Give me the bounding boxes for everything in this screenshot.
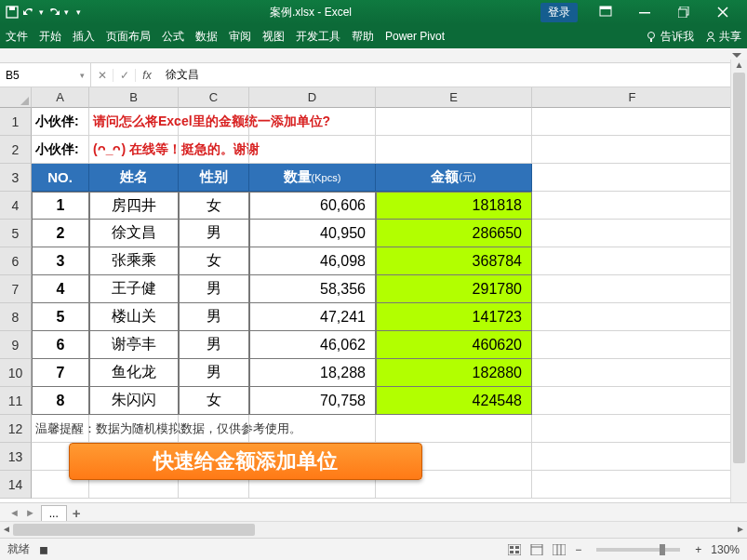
column-headers[interactable]: A B C D E F	[32, 87, 733, 108]
row-header[interactable]: 13	[0, 443, 32, 471]
cell[interactable]: 8	[32, 387, 89, 415]
cell[interactable]: 房四井	[89, 192, 179, 220]
cell[interactable]	[532, 331, 733, 359]
cell[interactable]: 181818	[376, 192, 532, 220]
vertical-scrollbar[interactable]: ▲ ▼	[730, 60, 747, 515]
cell[interactable]: 46,062	[249, 331, 376, 359]
horizontal-scrollbar[interactable]: ◄ ►	[0, 521, 747, 538]
scroll-up-icon[interactable]: ▲	[731, 60, 747, 73]
cell[interactable]	[179, 415, 249, 443]
cell[interactable]: 朱闪闪	[89, 387, 179, 415]
macro-record-icon[interactable]: ◼	[39, 543, 48, 556]
cell[interactable]: 46,098	[249, 247, 376, 275]
row-header[interactable]: 11	[0, 387, 32, 415]
cell[interactable]	[89, 415, 179, 443]
row-header[interactable]: 5	[0, 220, 32, 247]
cell[interactable]	[532, 443, 733, 471]
sheet-tab-active[interactable]: ...	[41, 505, 67, 521]
cell[interactable]: 291780	[376, 275, 532, 303]
cell[interactable]: 182880	[376, 359, 532, 387]
name-box[interactable]: B5▾	[0, 63, 91, 87]
col-header-F[interactable]: F	[532, 87, 733, 108]
tab-formulas[interactable]: 公式	[162, 29, 184, 45]
cell[interactable]: 小伙伴:	[32, 108, 89, 136]
cell[interactable]: 6	[32, 331, 89, 359]
row-header[interactable]: 9	[0, 331, 32, 359]
scroll-thumb[interactable]	[13, 524, 255, 536]
row-header[interactable]: 7	[0, 275, 32, 303]
cell[interactable]	[376, 136, 532, 164]
scroll-thumb[interactable]	[733, 73, 745, 463]
normal-view-icon[interactable]	[508, 544, 521, 555]
undo-dropdown[interactable]: ▾	[39, 7, 44, 17]
share-button[interactable]: 共享	[705, 29, 741, 45]
cell[interactable]	[249, 136, 376, 164]
page-break-view-icon[interactable]	[553, 544, 566, 555]
col-header-C[interactable]: C	[179, 87, 249, 108]
zoom-level[interactable]: 130%	[711, 543, 740, 556]
zoom-in-icon[interactable]: +	[695, 543, 701, 556]
table-header-qty[interactable]: 数量(Kpcs)	[249, 164, 376, 192]
enter-icon[interactable]: ✓	[113, 69, 136, 82]
tab-developer[interactable]: 开发工具	[296, 29, 340, 45]
cell[interactable]	[532, 415, 733, 443]
cell[interactable]	[249, 415, 376, 443]
cell[interactable]: (ᴖ_ᴖ) 在线等！挺急的。谢谢	[89, 136, 179, 164]
tab-file[interactable]: 文件	[6, 29, 28, 45]
row-header[interactable]: 1	[0, 108, 32, 136]
cell[interactable]	[532, 247, 733, 275]
restore-icon[interactable]	[665, 1, 702, 23]
cell[interactable]: 徐文昌	[89, 220, 179, 247]
cell[interactable]: 70,758	[249, 387, 376, 415]
scroll-left-icon[interactable]: ◄	[2, 524, 11, 534]
table-header-gender[interactable]: 性别	[179, 164, 249, 192]
page-layout-view-icon[interactable]	[530, 544, 543, 555]
cell[interactable]: 楼山关	[89, 303, 179, 331]
col-header-D[interactable]: D	[249, 87, 376, 108]
login-button[interactable]: 登录	[540, 3, 578, 22]
redo-icon[interactable]	[47, 6, 60, 19]
cell[interactable]: 张乘乘	[89, 247, 179, 275]
tab-powerpivot[interactable]: Power Pivot	[385, 30, 445, 43]
tab-layout[interactable]: 页面布局	[106, 29, 151, 45]
cell[interactable]	[532, 275, 733, 303]
formula-input[interactable]: 徐文昌	[158, 67, 728, 83]
save-icon[interactable]	[6, 6, 19, 19]
cell[interactable]	[532, 220, 733, 247]
cell[interactable]: 请问怎么将Excel里的金额统一添加单位?	[89, 108, 179, 136]
zoom-slider[interactable]	[596, 548, 680, 552]
col-header-A[interactable]: A	[32, 87, 89, 108]
cell[interactable]: 460620	[376, 331, 532, 359]
cell[interactable]: 424548	[376, 387, 532, 415]
cell[interactable]: 温馨提醒：数据为随机模拟数据，仅供参考使用。	[32, 415, 89, 443]
sheet-nav-prev-icon[interactable]: ◄	[9, 507, 20, 518]
cell[interactable]	[376, 108, 532, 136]
row-header[interactable]: 10	[0, 359, 32, 387]
cell[interactable]: 女	[179, 247, 249, 275]
scroll-right-icon[interactable]: ►	[736, 524, 745, 534]
cancel-icon[interactable]: ✕	[91, 69, 113, 82]
cell[interactable]: 7	[32, 359, 89, 387]
select-all-corner[interactable]	[0, 87, 32, 108]
cell[interactable]: 男	[179, 303, 249, 331]
cell[interactable]: 3	[32, 247, 89, 275]
tab-home[interactable]: 开始	[39, 29, 61, 45]
cell[interactable]	[532, 136, 733, 164]
cell[interactable]	[532, 192, 733, 220]
cell[interactable]	[532, 387, 733, 415]
col-header-B[interactable]: B	[89, 87, 179, 108]
cell[interactable]: 18,288	[249, 359, 376, 387]
row-header[interactable]: 12	[0, 415, 32, 443]
cell[interactable]	[179, 136, 249, 164]
cells-area[interactable]: 小伙伴: 请问怎么将Excel里的金额统一添加单位? 小伙伴: (ᴖ_ᴖ) 在线…	[32, 108, 733, 504]
undo-icon[interactable]	[22, 6, 35, 19]
cell[interactable]	[532, 108, 733, 136]
ribbon-display-icon[interactable]	[587, 1, 624, 23]
row-header[interactable]: 2	[0, 136, 32, 164]
tab-view[interactable]: 视图	[262, 29, 285, 45]
cell[interactable]: 谢亭丰	[89, 331, 179, 359]
col-header-E[interactable]: E	[376, 87, 532, 108]
cell[interactable]: 男	[179, 359, 249, 387]
cell[interactable]: 男	[179, 220, 249, 247]
cell[interactable]: 58,356	[249, 275, 376, 303]
